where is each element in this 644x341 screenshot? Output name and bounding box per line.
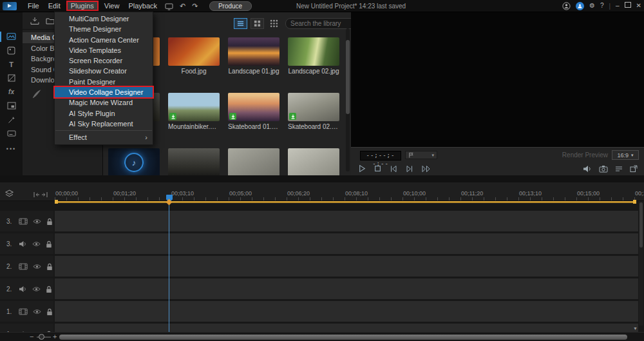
grid-view-button[interactable] [251, 18, 264, 29]
media-item[interactable]: Landscape 02.jpg [288, 37, 339, 75]
menu-item-screen-recorder[interactable]: Screen Recorder [55, 55, 153, 66]
settings-gear-icon[interactable]: ⚙ [589, 0, 595, 12]
timecode-field[interactable]: --;--;--;-- [360, 151, 401, 161]
track-lane[interactable] [55, 211, 638, 231]
eye-icon[interactable] [33, 215, 41, 227]
fast-forward-button[interactable] [422, 162, 431, 174]
media-item[interactable]: ♪ [108, 148, 160, 175]
menu-item-theme-designer[interactable]: Theme Designer [55, 24, 153, 34]
track-lane[interactable] [55, 256, 638, 277]
library-scrollbar[interactable] [346, 28, 350, 171]
restore-icon[interactable] [625, 0, 631, 12]
minimize-icon[interactable]: – [616, 0, 620, 12]
eye-icon[interactable] [33, 306, 41, 317]
lock-icon[interactable] [46, 215, 53, 227]
timeline-vertical-scrollbar[interactable] [639, 201, 643, 326]
effect-room-icon[interactable]: fx [0, 85, 23, 99]
media-room-icon[interactable] [0, 30, 23, 44]
subtitle-room-icon[interactable] [0, 127, 23, 141]
menu-item-video-templates[interactable]: Video Templates [55, 45, 153, 55]
menu-item-slideshow-creator[interactable]: Slideshow Creator [55, 66, 153, 76]
play-button[interactable] [359, 162, 366, 174]
menu-item-ai-sky-replacement[interactable]: AI Sky Replacement [55, 119, 153, 129]
undo-icon[interactable]: ↶ [180, 0, 185, 12]
lock-icon[interactable] [46, 306, 53, 317]
timeline-panel: 00;00;00 00;01;20 00;03;10 00;05;00 00;0… [0, 182, 644, 341]
close-icon[interactable]: ✕ [636, 0, 641, 12]
zoom-slider-knob[interactable] [39, 334, 44, 340]
media-item[interactable]: Food.jpg [168, 37, 220, 75]
more-rooms-icon[interactable]: ••• [6, 146, 16, 152]
track-lane[interactable] [55, 278, 638, 299]
menu-file[interactable]: File [23, 1, 44, 11]
menu-item-effect[interactable]: Effect › [55, 132, 153, 142]
stop-button[interactable] [374, 162, 381, 174]
audio-track-icon [19, 238, 27, 249]
capture-icon[interactable] [165, 0, 173, 12]
import-media-icon[interactable] [30, 15, 39, 26]
track-lane[interactable] [55, 301, 638, 322]
menu-view[interactable]: View [100, 1, 124, 11]
lock-icon[interactable] [46, 260, 53, 272]
zoom-out-button[interactable]: − [30, 333, 33, 341]
menu-item-video-collage-designer[interactable]: Video Collage Designer [55, 87, 153, 97]
media-item[interactable]: Skateboard 02.mp4 [288, 93, 339, 130]
library-menu-icon[interactable] [270, 17, 278, 29]
aspect-ratio-select[interactable]: 16:9 ▾ [612, 150, 639, 160]
marker-dropdown[interactable]: ▾ [405, 151, 437, 159]
title-room-icon[interactable]: T [0, 57, 23, 72]
timeline-horizontal-scrollbar[interactable] [59, 335, 627, 340]
pip-overlay-room-icon[interactable] [0, 99, 23, 113]
redo-icon[interactable]: ↷ [192, 0, 198, 12]
search-input[interactable] [289, 19, 351, 28]
preview-quality-icon[interactable] [615, 162, 623, 174]
menu-item-paint-designer[interactable]: Paint Designer [55, 77, 153, 87]
user-avatar[interactable] [576, 2, 584, 10]
timeline-range-bar[interactable] [55, 201, 636, 203]
lock-icon[interactable] [46, 283, 52, 295]
media-item[interactable]: Landscape 01.jpg [228, 37, 279, 75]
ruler-label: 00;01;20 [113, 190, 136, 197]
detach-window-icon[interactable] [630, 162, 638, 174]
snapshot-camera-icon[interactable] [599, 162, 608, 174]
timeline-bottom-bar: − + [0, 332, 644, 341]
scroll-down-icon[interactable]: ▼ [633, 326, 638, 331]
fit-timeline-icon[interactable] [33, 188, 48, 200]
range-start-handle[interactable] [55, 200, 58, 204]
media-item[interactable]: Skateboard 01.mp4 [228, 93, 279, 130]
eye-icon[interactable] [32, 238, 41, 249]
menu-edit[interactable]: Edit [44, 1, 65, 11]
media-item[interactable] [228, 148, 279, 175]
plugins-dropdown-menu: MultiCam Designer Theme Designer Action … [54, 12, 153, 145]
menu-item-magic-movie-wizard[interactable]: Magic Movie Wizard [55, 97, 153, 108]
next-frame-button[interactable] [406, 162, 413, 174]
range-end-handle[interactable] [633, 200, 636, 204]
menu-item-multicam-designer[interactable]: MultiCam Designer [55, 14, 153, 24]
track-lane[interactable] [55, 233, 638, 254]
media-item[interactable] [168, 148, 220, 175]
chevron-down-icon: ▾ [631, 153, 634, 158]
menu-item-ai-style-plugin[interactable]: AI Style Plugin [55, 108, 153, 119]
track-manager-icon[interactable] [5, 188, 14, 199]
account-icon[interactable] [562, 0, 571, 12]
particle-room-icon[interactable] [0, 113, 23, 127]
menu-plugins[interactable]: Plugins [66, 1, 99, 11]
eye-icon[interactable] [33, 260, 41, 272]
menu-playback[interactable]: Playback [124, 1, 162, 11]
timeline-ruler[interactable]: 00;00;00 00;01;20 00;03;10 00;05;00 00;0… [0, 182, 644, 201]
render-preview-button[interactable]: Render Preview [562, 151, 608, 159]
produce-button[interactable]: Produce [209, 1, 252, 11]
zoom-in-button[interactable]: + [53, 333, 57, 341]
list-view-button[interactable] [234, 18, 247, 29]
import-folder-icon[interactable] [46, 15, 55, 26]
menu-item-action-camera-center[interactable]: Action Camera Center [55, 35, 153, 45]
eye-icon[interactable] [32, 283, 41, 295]
previous-frame-button[interactable] [390, 162, 397, 174]
lock-icon[interactable] [46, 238, 52, 249]
volume-icon[interactable] [583, 162, 592, 174]
transition-room-icon[interactable] [0, 72, 23, 86]
color-board-room-icon[interactable] [0, 44, 23, 58]
help-icon[interactable]: ? [600, 0, 604, 12]
media-item[interactable] [288, 148, 339, 175]
media-item[interactable]: Mountainbiker.mp4 [168, 93, 220, 130]
